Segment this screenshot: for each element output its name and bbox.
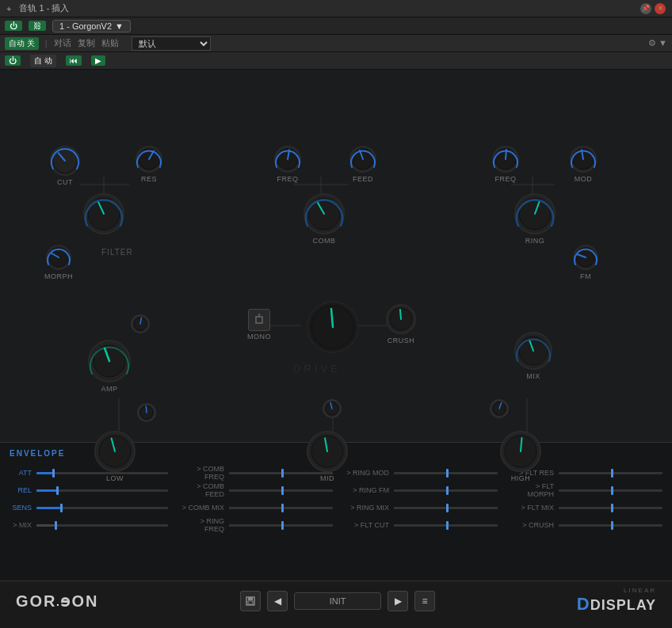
- gear-menu[interactable]: ⚙ ▼: [648, 38, 667, 48]
- comb-knob[interactable]: [303, 192, 346, 235]
- amp-knob[interactable]: [87, 339, 132, 383]
- comb-freq-env-label: > COMB FREQ: [181, 465, 224, 481]
- ring-mod-slider[interactable]: [394, 472, 498, 474]
- sens-slider[interactable]: [36, 507, 168, 509]
- link-button[interactable]: ⛓: [29, 21, 46, 31]
- att-slider[interactable]: [36, 472, 168, 474]
- next-preset-btn[interactable]: ▶: [388, 591, 408, 611]
- drive-label: DRIVE: [293, 363, 341, 375]
- sens-fill: [36, 507, 60, 509]
- prev-preset-btn[interactable]: ◀: [267, 591, 288, 611]
- low-small-k[interactable]: [136, 402, 157, 423]
- low-small-knob[interactable]: [136, 402, 157, 423]
- power-button[interactable]: ⏻: [5, 21, 22, 31]
- logo-right: LINEAR DDISPLAY: [577, 587, 656, 615]
- drive-knob[interactable]: [305, 299, 361, 355]
- comb-mix-fill: [229, 507, 281, 509]
- menu-btn[interactable]: ≡: [414, 591, 435, 611]
- comb-freq-label: FREQ: [277, 175, 298, 183]
- mid-label: MID: [320, 474, 334, 482]
- filter-knob-container[interactable]: [82, 192, 125, 235]
- comb-feed-knob-container[interactable]: FEED: [349, 145, 377, 183]
- low-knob-container[interactable]: LOW: [94, 430, 136, 482]
- ring-knob[interactable]: [514, 192, 556, 235]
- high-knob-container[interactable]: HIGH: [499, 430, 542, 482]
- comb-mix-slider[interactable]: [229, 507, 333, 509]
- ring-freq-label: FREQ: [494, 175, 516, 183]
- amp-small-knob-container[interactable]: [130, 314, 151, 334]
- save-preset-btn[interactable]: [240, 591, 261, 611]
- ring-fm-row: > RING FM: [346, 481, 498, 499]
- morph-knob[interactable]: [45, 244, 72, 271]
- comb-freq-knob-container[interactable]: FREQ: [273, 145, 302, 183]
- paste-btn[interactable]: 粘贴: [101, 37, 119, 49]
- ring-knob-container[interactable]: RING: [514, 192, 556, 245]
- ring-mod-knob[interactable]: [569, 145, 598, 173]
- amp-knob-container[interactable]: AMP: [87, 339, 132, 393]
- crush-slider[interactable]: [559, 524, 662, 527]
- ring-label: RING: [525, 237, 545, 245]
- play-btn[interactable]: ▶: [91, 55, 105, 66]
- preset-selector[interactable]: 默认: [132, 36, 211, 51]
- res-knob[interactable]: [135, 145, 163, 173]
- comb-freq-knob[interactable]: [273, 145, 302, 173]
- ring-mix-slider[interactable]: [394, 507, 498, 509]
- preset-dropdown[interactable]: 默认: [132, 36, 211, 51]
- mono-button[interactable]: MONO: [247, 309, 271, 341]
- ring-mod-knob-container[interactable]: MOD: [569, 145, 598, 183]
- mid-knob-container[interactable]: MID: [306, 430, 349, 482]
- ring-fm-knob[interactable]: [572, 244, 599, 271]
- auto-label-3[interactable]: 自 动: [30, 55, 56, 67]
- mid-knob[interactable]: [306, 430, 349, 473]
- power-btn-3[interactable]: ⏻: [5, 55, 21, 66]
- comb-feed-slider[interactable]: [229, 489, 333, 492]
- mid-small-knob[interactable]: [322, 398, 342, 419]
- flt-mix-fill: [559, 507, 611, 509]
- flt-mix-slider[interactable]: [559, 507, 662, 509]
- ring-freq-knob-container[interactable]: FREQ: [491, 145, 520, 183]
- comb-feed-knob[interactable]: [349, 145, 377, 173]
- rel-slider[interactable]: [36, 489, 168, 492]
- comb-freq-fill: [229, 472, 281, 474]
- mix-knob-container[interactable]: MIX: [514, 331, 553, 380]
- cut-knob[interactable]: [49, 145, 81, 177]
- filter-knob[interactable]: [82, 192, 125, 235]
- mix-knob[interactable]: [514, 331, 553, 371]
- add-tab-btn[interactable]: +: [6, 4, 11, 13]
- mono-icon[interactable]: [248, 309, 270, 331]
- pin-btn[interactable]: 📌: [640, 3, 651, 14]
- rewind-btn[interactable]: ⏮: [66, 55, 82, 66]
- mix-slider[interactable]: [36, 524, 168, 527]
- flt-morph-slider[interactable]: [559, 489, 662, 492]
- ring-freq-slider[interactable]: [229, 524, 333, 527]
- amp-small-knob[interactable]: [130, 314, 151, 334]
- preset-name-display: INIT: [294, 592, 381, 610]
- ring-fm-knob-container[interactable]: FM: [572, 244, 599, 280]
- crush-knob-container[interactable]: CRUSH: [385, 303, 417, 344]
- high-small-knob[interactable]: [489, 398, 510, 419]
- close-btn[interactable]: ✕: [655, 3, 666, 14]
- drive-knob-container[interactable]: [305, 299, 361, 355]
- mid-small-k[interactable]: [322, 398, 342, 419]
- morph-knob-container[interactable]: MORPH: [44, 244, 73, 280]
- flt-res-fill: [559, 472, 611, 474]
- ring-fm-slider[interactable]: [394, 489, 498, 492]
- auto-btn[interactable]: 自动 关: [5, 37, 39, 50]
- crush-knob[interactable]: [385, 303, 417, 335]
- low-knob[interactable]: [94, 430, 136, 473]
- track-name-display[interactable]: 1 - GorgonV2 ▼: [52, 20, 131, 32]
- save-icon: [245, 596, 256, 607]
- flt-cut-slider[interactable]: [394, 524, 498, 527]
- cut-knob-container[interactable]: CUT: [49, 145, 81, 186]
- bottom-bar: GOR•ɘON ◀ INIT ▶ ≡ LINEAR DDISPLAY: [0, 580, 672, 620]
- crush-env-row: > CRUSH: [510, 516, 662, 534]
- high-small-k[interactable]: [489, 398, 510, 419]
- flt-res-slider[interactable]: [559, 472, 662, 474]
- ring-mod-label: MOD: [575, 175, 593, 183]
- high-knob[interactable]: [499, 430, 542, 473]
- res-knob-container[interactable]: RES: [135, 145, 163, 183]
- comb-knob-container[interactable]: COMB: [303, 192, 346, 245]
- comb-freq-slider[interactable]: [229, 472, 333, 474]
- copy-btn[interactable]: 复制: [78, 37, 95, 49]
- ring-freq-knob[interactable]: [491, 145, 520, 173]
